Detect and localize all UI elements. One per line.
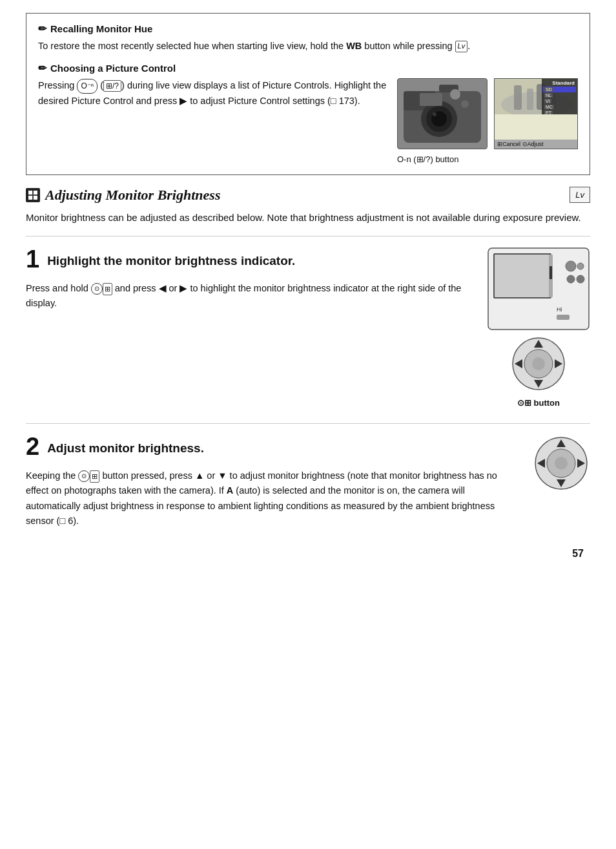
lv-badge: Lv <box>570 187 590 203</box>
section-heading-icon <box>26 188 40 202</box>
svg-rect-21 <box>34 196 37 200</box>
nav-dial-svg-2 <box>532 434 590 492</box>
svg-point-42 <box>555 457 568 470</box>
adjusting-brightness-wrapper: Adjusting Monitor Brightness Lv Monitor … <box>26 187 590 225</box>
svg-point-7 <box>461 100 469 108</box>
svg-point-35 <box>532 357 545 370</box>
step-2-right <box>532 434 590 492</box>
svg-point-5 <box>433 112 436 116</box>
svg-point-29 <box>567 275 575 283</box>
pic-ctrl-text: Pressing O⁻ⁿ (⊞/?) during live view disp… <box>38 78 387 108</box>
camera-svg <box>400 81 484 146</box>
btn-label: O-n (⊞/?) button <box>397 154 459 164</box>
nav-dial-svg <box>509 335 568 393</box>
svg-rect-18 <box>28 191 32 194</box>
svg-rect-24 <box>495 255 550 297</box>
step-2-number: 2 <box>26 434 39 459</box>
grid-sym-2: ⊞ <box>90 470 99 483</box>
camera-back-svg: Hi <box>487 247 590 331</box>
recalling-monitor-hue-title: ✏ Recalling Monitor Hue <box>38 23 578 35</box>
step-1-right: Hi ⊙⊞ button <box>487 247 590 408</box>
choosing-picture-control-section: ✏ Choosing a Picture Control Pressing O⁻… <box>38 62 578 164</box>
pencil-icon: ✏ <box>38 23 46 35</box>
svg-rect-20 <box>28 196 32 200</box>
svg-text:Hi: Hi <box>557 306 562 313</box>
step-2-title: Adjust monitor brightness. <box>47 438 204 457</box>
dial-sym-1: ⊙ <box>91 283 103 295</box>
svg-rect-32 <box>557 315 570 320</box>
pic-ctrl-images: Standard SD NL VI <box>397 78 578 164</box>
svg-point-27 <box>566 261 576 271</box>
step-2-row: 2 Adjust monitor brightness. Keeping the… <box>26 423 590 528</box>
grid-sym-1: ⊞ <box>103 283 112 296</box>
section-intro: Monitor brightness can be adjusted as de… <box>26 210 590 225</box>
images-row: Standard SD NL VI <box>397 78 578 149</box>
step-1-body: Press and hold ⊙⊞ and press ◀ or ▶ to hi… <box>26 281 474 311</box>
page-number: 57 <box>26 548 590 560</box>
choosing-picture-control-title: ✏ Choosing a Picture Control <box>38 62 578 74</box>
svg-point-30 <box>577 275 584 283</box>
step-2-left: 2 Adjust monitor brightness. Keeping the… <box>26 434 519 528</box>
svg-rect-13 <box>527 89 533 110</box>
svg-point-9 <box>450 89 460 100</box>
camera-front-image <box>397 78 488 149</box>
pc-menu-image: Standard SD NL VI <box>494 78 578 149</box>
menu-header-label: Standard <box>543 80 576 86</box>
step-2-body: Keeping the ⊙⊞ button pressed, press ▲ o… <box>26 468 519 529</box>
on-symbol: O⁻ⁿ <box>77 79 98 94</box>
step-1-title: Highlight the monitor brightness indicat… <box>47 251 295 269</box>
pic-ctrl-layout: Pressing O⁻ⁿ (⊞/?) during live view disp… <box>38 78 578 164</box>
step-1-number: 1 <box>26 247 39 271</box>
svg-point-28 <box>577 263 584 269</box>
step-1-img-caption: ⊙⊞ button <box>517 398 560 408</box>
recalling-monitor-hue-body: To restore the most recently selected hu… <box>38 39 578 53</box>
step-1-row: 1 Highlight the monitor brightness indic… <box>26 236 590 408</box>
pencil-icon-2: ✏ <box>38 62 46 74</box>
pc-menu-footer: ⊞Cancel ⊙Adjust <box>495 140 577 149</box>
recalling-monitor-hue-section: ✏ Recalling Monitor Hue To restore the m… <box>38 23 578 53</box>
section-heading: Adjusting Monitor Brightness <box>26 187 590 204</box>
svg-rect-19 <box>34 191 37 194</box>
brightness-heading-text: Adjusting Monitor Brightness <box>45 187 220 204</box>
svg-rect-12 <box>514 85 522 110</box>
note-box: ✏ Recalling Monitor Hue To restore the m… <box>26 13 590 175</box>
step-1-left: 1 Highlight the monitor brightness indic… <box>26 247 474 311</box>
dial-sym-2: ⊙ <box>78 470 90 482</box>
svg-rect-8 <box>420 93 442 106</box>
svg-rect-26 <box>549 266 552 279</box>
bracket-sym: ⊞/? <box>103 80 121 92</box>
lv-key: Lv <box>455 41 468 52</box>
